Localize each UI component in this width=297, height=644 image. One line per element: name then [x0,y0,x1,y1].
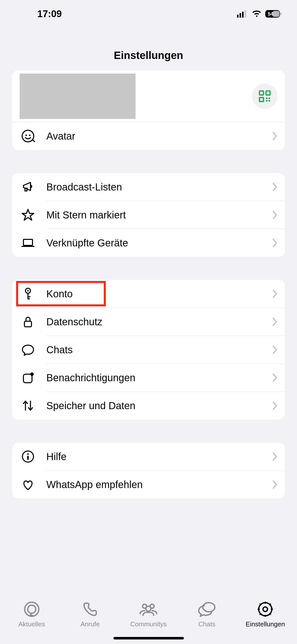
svg-point-38 [263,607,268,611]
svg-point-15 [22,130,34,142]
laptop-icon [19,236,37,250]
svg-point-21 [27,290,29,292]
chevron-right-icon [272,289,278,298]
cellular-icon [237,10,248,18]
svg-rect-8 [259,91,263,95]
settings-item-label: WhatsApp empfehlen [46,479,143,490]
qr-code-button[interactable] [252,84,277,109]
notification-square-icon [19,371,37,385]
profile-row[interactable] [12,71,285,122]
settings-item-label: Datenschutz [46,316,102,327]
settings-section-profile: Avatar [12,71,285,150]
status-time: 17:09 [15,9,62,19]
svg-rect-30 [27,456,29,460]
tab-label: Aktuelles [18,620,45,628]
wifi-icon [252,10,262,18]
status-bar: 17:09 54 [0,0,297,28]
settings-item-tell-a-friend[interactable]: WhatsApp empfehlen [12,471,285,498]
svg-rect-11 [266,98,268,99]
tab-chats[interactable]: Chats [178,600,236,644]
svg-point-29 [27,453,29,455]
tab-label: Anrufe [80,620,100,628]
chevron-right-icon [272,480,278,489]
settings-item-notifications[interactable]: Benachrichtigungen [12,364,285,392]
settings-item-broadcast[interactable]: Broadcast-Listen [12,173,285,201]
chat-bubble-icon [19,343,37,357]
svg-rect-13 [266,100,268,102]
svg-rect-9 [266,91,270,95]
settings-item-label: Konto [46,288,73,299]
arrows-updown-icon [19,399,37,413]
battery-icon: 54 [265,10,282,18]
status-indicators: 54 [237,10,282,18]
svg-text:54: 54 [268,11,274,17]
profile-name-redacted [20,74,136,119]
chevron-right-icon [272,317,278,326]
star-icon [19,208,37,222]
svg-rect-6 [280,13,282,15]
settings-item-avatar[interactable]: Avatar [12,122,285,150]
chats-tab-icon [197,600,217,618]
svg-rect-1 [240,13,241,18]
settings-item-label: Mit Stern markiert [46,209,126,220]
svg-point-17 [29,135,30,136]
svg-rect-0 [237,15,239,18]
svg-point-27 [30,372,34,376]
avatar-face-icon [19,129,37,143]
svg-rect-12 [269,98,270,99]
settings-item-chats[interactable]: Chats [12,336,285,364]
chevron-right-icon [272,182,278,191]
settings-item-label: Hilfe [46,451,67,462]
settings-section-lists: Broadcast-Listen Mit Stern markiert Verk… [12,173,285,257]
heart-icon [19,477,37,492]
tab-label: Chats [198,620,215,628]
tab-label: Einstellungen [246,620,285,628]
svg-point-32 [28,605,36,613]
info-icon [19,449,37,464]
key-icon [19,287,37,301]
svg-point-35 [146,606,151,611]
settings-item-linked-devices[interactable]: Verknüpfte Geräte [12,229,285,257]
settings-item-account[interactable]: Konto [12,280,285,308]
settings-item-label: Chats [46,344,73,355]
status-circle-icon [23,600,41,618]
settings-item-label: Benachrichtigungen [46,372,136,383]
svg-point-16 [25,135,27,136]
megaphone-icon [19,180,37,194]
svg-point-36 [203,603,215,612]
svg-rect-14 [269,100,270,102]
settings-item-label: Speicher und Daten [46,400,136,411]
settings-section-account: Konto Datenschutz Chats Benachrichtigung… [12,280,285,420]
settings-item-label: Verknüpfte Geräte [46,237,128,248]
svg-point-20 [25,288,30,293]
chevron-right-icon [272,132,278,141]
home-indicator[interactable] [113,637,184,639]
chevron-right-icon [272,345,278,354]
chevron-right-icon [272,373,278,382]
gear-icon [256,600,274,618]
svg-rect-25 [24,321,31,327]
svg-rect-3 [245,10,246,18]
settings-item-help[interactable]: Hilfe [12,443,285,470]
lock-icon [19,315,37,329]
svg-rect-18 [23,239,32,245]
people-icon [137,600,160,618]
settings-item-starred[interactable]: Mit Stern markiert [12,201,285,229]
chevron-right-icon [272,401,278,410]
tab-einstellungen[interactable]: Einstellungen [236,600,294,644]
settings-section-help: Hilfe WhatsApp empfehlen [12,443,285,498]
svg-rect-10 [259,98,263,102]
chevron-right-icon [272,238,278,247]
chevron-right-icon [272,210,278,219]
svg-point-31 [25,602,39,616]
settings-item-storage[interactable]: Speicher und Daten [12,392,285,420]
tab-aktuelles[interactable]: Aktuelles [3,600,61,644]
tab-anrufe[interactable]: Anrufe [61,600,119,644]
settings-item-privacy[interactable]: Datenschutz [12,308,285,336]
chevron-right-icon [272,452,278,461]
page-title: Einstellungen [0,28,297,71]
settings-item-label: Broadcast-Listen [46,181,122,192]
tab-label: Communitys [130,620,167,628]
phone-icon [81,600,99,618]
svg-rect-2 [242,12,244,18]
